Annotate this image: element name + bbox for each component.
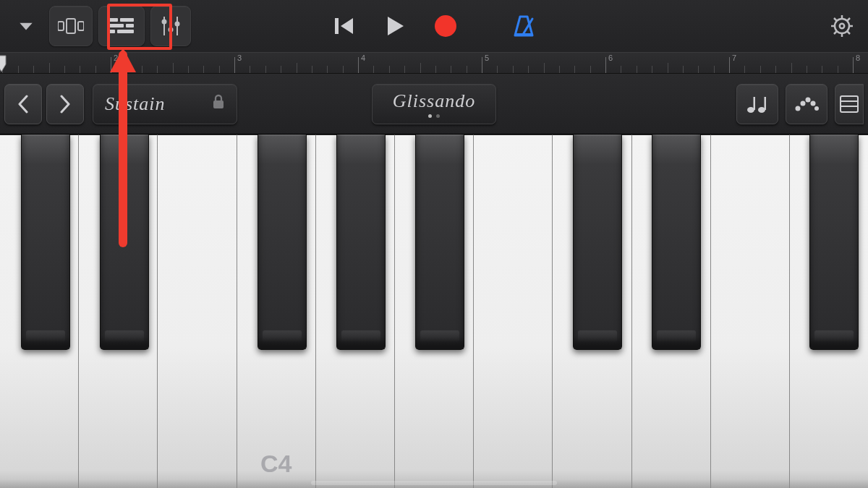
ruler-sub-tick	[451, 66, 451, 73]
svg-rect-7	[109, 30, 115, 33]
svg-point-12	[169, 27, 174, 33]
ruler-bar-tick	[482, 57, 482, 73]
ruler-sub-tick	[621, 66, 621, 73]
piano-keyboard[interactable]: C4	[0, 134, 868, 488]
ruler-sub-tick	[80, 66, 80, 73]
ruler-sub-tick	[250, 66, 250, 73]
sustain-label: Sustain	[105, 93, 166, 115]
ruler-sub-tick	[807, 66, 807, 73]
ruler-bar-tick	[729, 57, 730, 73]
keyboard-layout-button[interactable]	[835, 84, 864, 124]
black-key[interactable]	[336, 134, 386, 350]
go-to-beginning-button[interactable]	[325, 6, 364, 46]
svg-rect-18	[515, 33, 532, 36]
ruler-sub-tick	[327, 66, 328, 73]
ruler-bar-number: 6	[608, 53, 613, 62]
arpeggiator-button[interactable]	[736, 84, 778, 124]
glissando-mode-button[interactable]: Glissando	[372, 84, 496, 124]
octave-down-button[interactable]	[4, 84, 42, 124]
tracks-view-icon	[109, 17, 134, 35]
tracks-view-button[interactable]	[98, 6, 145, 46]
ruler-sub-tick	[188, 66, 189, 73]
ruler-sub-tick	[698, 66, 699, 73]
keyboard-layout-icon	[840, 95, 859, 114]
ruler-sub-tick	[64, 66, 65, 73]
ruler-bar-number: 7	[732, 53, 736, 62]
svg-point-36	[806, 97, 811, 102]
ruler-sub-tick	[404, 66, 405, 73]
ruler-sub-tick	[343, 66, 344, 73]
record-button[interactable]	[426, 6, 465, 46]
svg-point-16	[435, 15, 456, 37]
ruler-sub-tick	[822, 66, 822, 73]
playhead[interactable]	[0, 54, 7, 74]
ruler-bar-tick	[853, 57, 854, 73]
svg-rect-6	[126, 24, 134, 27]
svg-rect-0	[58, 22, 64, 30]
go-to-beginning-icon	[333, 16, 355, 36]
ruler-sub-tick	[33, 66, 34, 73]
ruler-bar-tick	[111, 57, 111, 73]
sustain-button[interactable]: Sustain	[93, 84, 237, 124]
svg-line-26	[847, 31, 850, 34]
ruler-sub-tick	[668, 63, 668, 73]
ruler-sub-tick	[714, 66, 715, 73]
black-key[interactable]	[415, 134, 464, 350]
scale-button[interactable]	[786, 84, 827, 124]
gear-icon	[830, 14, 854, 38]
svg-line-28	[834, 31, 837, 34]
black-key[interactable]	[258, 134, 307, 350]
ruler-sub-tick	[173, 63, 174, 73]
chord-strips-icon	[794, 97, 819, 111]
ruler-sub-tick	[312, 66, 312, 73]
ruler-sub-tick	[157, 66, 158, 73]
chevron-right-icon	[59, 95, 72, 114]
ruler-bar-tick	[605, 57, 606, 73]
track-controls-button[interactable]	[150, 6, 191, 46]
svg-rect-33	[765, 97, 767, 110]
chevron-left-icon	[17, 95, 30, 114]
ruler-sub-tick	[528, 66, 529, 73]
svg-point-37	[811, 100, 816, 106]
keyboard-scroll-indicator[interactable]	[311, 481, 557, 485]
svg-rect-15	[335, 18, 339, 34]
svg-rect-39	[841, 96, 858, 112]
record-icon	[433, 14, 458, 38]
ruler-bar-tick	[358, 57, 359, 73]
top-toolbar	[0, 0, 868, 52]
ruler-sub-tick	[203, 66, 204, 73]
ruler-sub-tick	[760, 66, 761, 73]
metronome-icon	[511, 14, 536, 38]
black-key[interactable]	[21, 134, 70, 350]
svg-rect-3	[109, 18, 118, 22]
metronome-button[interactable]	[504, 6, 543, 46]
timeline-ruler[interactable]: 23456789	[0, 52, 868, 74]
ruler-sub-tick	[49, 63, 50, 73]
page-dots	[428, 114, 440, 118]
ruler-sub-tick	[838, 66, 838, 73]
ruler-sub-tick	[590, 66, 591, 73]
black-key[interactable]	[809, 134, 859, 350]
ruler-sub-tick	[435, 66, 436, 73]
black-key[interactable]	[652, 134, 701, 350]
instrument-browser-button[interactable]	[9, 6, 43, 46]
ruler-sub-tick	[389, 66, 390, 73]
chevron-down-icon	[17, 17, 35, 35]
svg-point-35	[801, 100, 806, 106]
ruler-sub-tick	[544, 63, 545, 73]
ruler-sub-tick	[297, 63, 297, 73]
octave-up-button[interactable]	[46, 84, 84, 124]
settings-button[interactable]	[825, 6, 859, 46]
ruler-sub-tick	[775, 66, 776, 73]
black-key[interactable]	[573, 134, 622, 350]
ruler-sub-tick	[497, 66, 498, 73]
svg-point-34	[796, 106, 801, 111]
ruler-bar-number: 4	[361, 53, 365, 62]
octave-label: C4	[237, 450, 315, 478]
black-key[interactable]	[100, 134, 149, 350]
svg-rect-1	[67, 19, 75, 33]
ruler-sub-tick	[513, 66, 514, 73]
svg-rect-4	[120, 18, 134, 22]
song-sections-button[interactable]	[49, 6, 93, 46]
play-button[interactable]	[375, 6, 414, 46]
